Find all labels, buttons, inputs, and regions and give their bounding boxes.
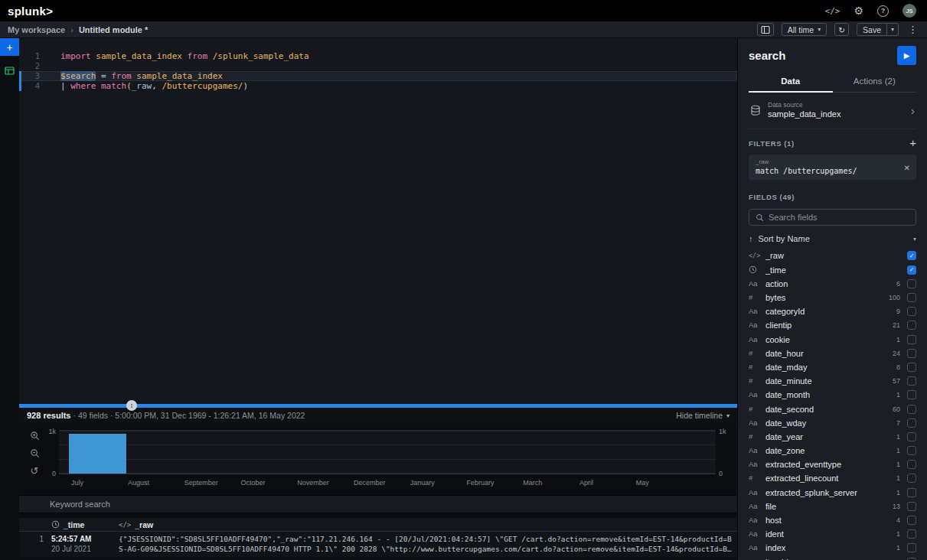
chevron-down-icon[interactable]: ▾ [913, 236, 916, 243]
field-row-action[interactable]: Aaaction6 [749, 277, 916, 291]
field-name: file [765, 502, 893, 511]
fields-search-input[interactable] [769, 213, 909, 222]
add-module-button[interactable]: + [0, 38, 19, 56]
filters-section-label: FILTERS (1) [749, 139, 795, 148]
code-line-2[interactable]: 2 [19, 61, 737, 71]
raw-column-header[interactable]: </> _raw [116, 520, 737, 529]
field-checkbox[interactable] [907, 446, 916, 455]
field-checkbox[interactable] [907, 488, 916, 497]
chevron-down-icon: ▾ [818, 26, 821, 33]
field-checkbox[interactable] [907, 335, 916, 344]
zoom-out-button[interactable] [30, 448, 40, 458]
field-row-clientip[interactable]: Aaclientip21 [749, 318, 916, 332]
tab-actions-2[interactable]: Actions (2) [833, 72, 917, 92]
refresh-button[interactable]: ↻ [834, 23, 849, 36]
help-icon[interactable]: ? [877, 5, 889, 17]
hide-timeline-button[interactable]: Hide timeline ▾ [676, 411, 730, 420]
event-row[interactable]: 15:24:57 AM20 Jul 2021{"JSESSIONID":"SD8… [19, 532, 737, 557]
timeline-plot[interactable] [59, 430, 716, 474]
field-count: 1 [896, 461, 900, 468]
field-checkbox[interactable] [907, 307, 916, 316]
field-name: date_year [765, 432, 896, 441]
field-checkbox[interactable] [907, 529, 916, 539]
code-view-icon[interactable]: </> [825, 6, 841, 16]
avatar[interactable]: JS [903, 4, 916, 18]
zoom-in-button[interactable] [30, 431, 40, 441]
field-checkbox[interactable] [907, 474, 916, 483]
field-checkbox[interactable] [907, 363, 916, 372]
field-row-index[interactable]: Aaindex1 [749, 541, 916, 555]
field-count: 1 [896, 336, 900, 343]
field-checkbox[interactable] [907, 432, 916, 441]
event-timeline: ↺ 1k 0 1k 0 JulyAugustSeptemberOctoberNo [19, 423, 737, 490]
field-row-date_wday[interactable]: Aadate_wday7 [749, 416, 916, 430]
field-row-file[interactable]: Aafile13 [749, 500, 916, 513]
timeline-tools: ↺ [24, 430, 45, 476]
gear-icon[interactable]: ⚙ [854, 5, 863, 17]
code-line-1[interactable]: 1import sample_data_index from /splunk_s… [19, 51, 737, 61]
field-row-extracted_splunk_server[interactable]: Aaextracted_splunk_server1 [749, 486, 916, 500]
more-options-button[interactable]: ⋮ [906, 24, 919, 35]
field-row-_raw[interactable]: </>_raw✓ [749, 249, 916, 262]
field-checkbox[interactable] [907, 502, 916, 511]
time-column-header[interactable]: _time [51, 520, 116, 529]
layout-toggle-button[interactable] [757, 23, 774, 36]
field-checkbox[interactable] [907, 321, 916, 330]
data-source-card[interactable]: Data source sample_data_index › [749, 93, 916, 129]
code-editor[interactable]: 1import sample_data_index from /splunk_s… [19, 38, 737, 404]
field-checkbox[interactable] [907, 418, 916, 428]
field-row-categoryId[interactable]: AacategoryId9 [749, 304, 916, 318]
run-button[interactable]: ▶ [897, 46, 916, 65]
field-row-date_year[interactable]: #date_year1 [749, 430, 916, 444]
add-filter-button[interactable]: + [909, 138, 916, 148]
field-row-ident[interactable]: Aaident1 [749, 527, 916, 541]
field-checkbox[interactable] [907, 279, 916, 288]
text-field-icon: Aa [749, 488, 765, 497]
keyword-search-input[interactable] [50, 500, 462, 509]
code-line-4[interactable]: 4| where match(_raw, /buttercupgames/) [19, 81, 737, 91]
field-row-_time[interactable]: _time✓ [749, 263, 916, 277]
time-range-dropdown[interactable]: All time ▾ [782, 23, 827, 36]
field-checkbox[interactable] [907, 376, 916, 386]
sort-control[interactable]: ↑ Sort by Name ▾ [749, 234, 916, 243]
field-checkbox[interactable] [907, 390, 916, 399]
field-checkbox[interactable] [907, 543, 916, 552]
resize-handle-icon[interactable]: ↕ [126, 400, 137, 411]
field-checkbox[interactable] [907, 516, 916, 525]
field-row-date_hour[interactable]: #date_hour24 [749, 347, 916, 360]
field-row-date_zone[interactable]: Aadate_zone1 [749, 444, 916, 457]
data-node-icon[interactable] [5, 66, 15, 76]
field-row-host[interactable]: Aahost4 [749, 513, 916, 527]
field-checkbox[interactable]: ✓ [907, 251, 916, 260]
filter-chip[interactable]: _rawmatch /buttercupgames/✕ [749, 155, 916, 180]
field-row-date_second[interactable]: #date_second60 [749, 402, 916, 415]
field-checkbox[interactable] [907, 558, 916, 560]
remove-filter-icon[interactable]: ✕ [904, 163, 910, 171]
field-row-date_minute[interactable]: #date_minute57 [749, 374, 916, 388]
field-row-date_month[interactable]: Aadate_month1 [749, 388, 916, 402]
code-line-3[interactable]: 3$search = from sample_data_index [19, 71, 737, 81]
field-row-extracted_eventtype[interactable]: Aaextracted_eventtype1 [749, 457, 916, 471]
field-name: date_minute [765, 376, 893, 386]
x-axis-months: JulyAugustSeptemberOctoberNovemberDecemb… [59, 478, 708, 490]
panel-title: search [749, 49, 785, 62]
field-row-itemId[interactable]: AaitemId15 [749, 555, 916, 560]
field-row-cookie[interactable]: Aacookie1 [749, 333, 916, 347]
keyword-search-bar [19, 495, 737, 513]
field-checkbox[interactable]: ✓ [907, 265, 916, 275]
field-row-extracted_linecount[interactable]: #extracted_linecount1 [749, 471, 916, 485]
timeline-bar[interactable] [69, 434, 126, 474]
tab-data[interactable]: Data [749, 72, 833, 92]
save-options-button[interactable]: ▾ [887, 23, 899, 36]
field-row-bytes[interactable]: #bytes100 [749, 291, 916, 304]
field-checkbox[interactable] [907, 405, 916, 414]
undo-zoom-button[interactable]: ↺ [31, 466, 39, 476]
save-button[interactable]: Save [857, 23, 887, 36]
field-row-date_mday[interactable]: #date_mday8 [749, 360, 916, 374]
field-checkbox[interactable] [907, 293, 916, 302]
field-count: 7 [896, 419, 900, 427]
field-checkbox[interactable] [907, 349, 916, 358]
field-checkbox[interactable] [907, 460, 916, 469]
breadcrumb-workspace[interactable]: My workspace [8, 25, 65, 34]
split-divider[interactable]: ↕ [19, 404, 737, 408]
